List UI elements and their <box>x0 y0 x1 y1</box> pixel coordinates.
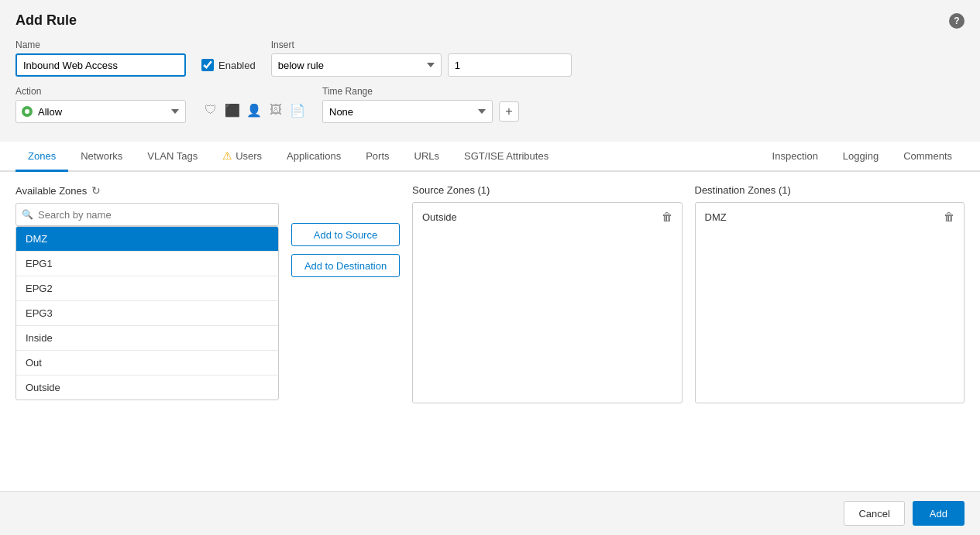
allow-dot-icon <box>22 106 33 117</box>
name-label: Name <box>15 39 186 50</box>
add-to-destination-button[interactable]: Add to Destination <box>291 254 400 277</box>
tab-vlan-tags-label: VLAN Tags <box>147 150 198 162</box>
tab-zones-label: Zones <box>28 150 56 162</box>
tab-ports-label: Ports <box>366 150 389 162</box>
tab-applications[interactable]: Applications <box>274 142 353 172</box>
search-input[interactable] <box>15 203 279 226</box>
zone-action-buttons: Add to Source Add to Destination <box>291 184 400 277</box>
time-range-label: Time Range <box>322 86 519 97</box>
list-item[interactable]: EPG2 <box>16 276 278 301</box>
tab-inspection-label: Inspection <box>772 150 818 162</box>
tab-logging-label: Logging <box>843 150 879 162</box>
list-item[interactable]: DMZ <box>16 227 278 252</box>
destination-zones-panel: Destination Zones (1) DMZ 🗑 <box>695 184 965 403</box>
action-select[interactable]: Allow Block Trust Monitor <box>15 100 186 123</box>
cancel-button[interactable]: Cancel <box>844 501 904 526</box>
tab-users[interactable]: ⚠ Users <box>210 142 274 172</box>
enabled-checkbox-label[interactable]: Enabled <box>201 59 256 75</box>
add-button[interactable]: Add <box>913 501 965 526</box>
name-input[interactable] <box>15 53 186 77</box>
available-zones-list: DMZ EPG1 EPG2 EPG3 Inside Out Outside <box>15 226 279 400</box>
list-item: DMZ 🗑 <box>699 206 961 228</box>
tab-sgt-ise[interactable]: SGT/ISE Attributes <box>452 142 561 172</box>
tab-inspection[interactable]: Inspection <box>760 142 830 172</box>
add-time-range-button[interactable]: + <box>499 101 519 122</box>
image-icon: 🖼 <box>266 101 285 119</box>
source-zones-panel: Source Zones (1) Outside 🗑 <box>412 184 683 403</box>
add-to-source-button[interactable]: Add to Source <box>291 223 400 246</box>
list-item[interactable]: Inside <box>16 326 278 351</box>
tab-sgt-ise-label: SGT/ISE Attributes <box>464 150 548 162</box>
delete-source-zone-icon[interactable]: 🗑 <box>662 211 672 223</box>
document-icon: 📄 <box>288 101 307 119</box>
enabled-label: Enabled <box>218 60 256 71</box>
tab-comments[interactable]: Comments <box>891 142 965 172</box>
enabled-checkbox[interactable] <box>201 59 214 71</box>
tab-users-label: Users <box>236 150 262 162</box>
destination-zone-name: DMZ <box>705 211 727 223</box>
tab-networks[interactable]: Networks <box>68 142 135 172</box>
list-item: Outside 🗑 <box>416 206 679 228</box>
action-icons-group: 🛡 ⬛ 👤 🖼 📄 <box>201 101 307 123</box>
help-icon[interactable]: ? <box>949 13 965 29</box>
tab-vlan-tags[interactable]: VLAN Tags <box>135 142 210 172</box>
action-label: Action <box>15 86 186 97</box>
tab-applications-label: Applications <box>287 150 341 162</box>
source-zones-title: Source Zones (1) <box>412 184 683 196</box>
insert-number-input[interactable] <box>448 53 572 77</box>
network-icon: ⬛ <box>223 101 242 119</box>
refresh-icon[interactable]: ↻ <box>91 184 101 197</box>
source-zone-name: Outside <box>422 211 457 223</box>
tab-logging[interactable]: Logging <box>830 142 891 172</box>
source-zones-box: Outside 🗑 <box>412 202 683 403</box>
tab-networks-label: Networks <box>81 150 122 162</box>
search-icon: 🔍 <box>22 209 33 220</box>
tabs-bar: Zones Networks VLAN Tags ⚠ Users Applica… <box>0 142 980 172</box>
shield-icon: 🛡 <box>201 101 220 119</box>
list-item[interactable]: EPG1 <box>16 252 278 276</box>
warning-icon: ⚠ <box>222 149 232 162</box>
time-range-select[interactable]: None <box>322 100 493 123</box>
tab-urls-label: URLs <box>414 150 440 162</box>
page-title: Add Rule <box>15 12 77 29</box>
footer: Cancel Add <box>0 491 980 535</box>
list-item[interactable]: Out <box>16 351 278 376</box>
destination-zones-box: DMZ 🗑 <box>695 202 965 403</box>
user-icon: 👤 <box>245 101 263 119</box>
insert-select[interactable]: below rule above rule at beginning at en… <box>271 53 442 77</box>
list-item[interactable]: Outside <box>16 376 278 400</box>
tab-comments-label: Comments <box>903 150 952 162</box>
tab-urls[interactable]: URLs <box>402 142 452 172</box>
destination-zones-title: Destination Zones (1) <box>695 184 965 196</box>
available-zones-title: Available Zones <box>15 185 87 197</box>
list-item[interactable]: EPG3 <box>16 301 278 326</box>
tab-ports[interactable]: Ports <box>353 142 401 172</box>
tab-zones[interactable]: Zones <box>15 142 68 172</box>
insert-label: Insert <box>271 39 572 50</box>
delete-destination-zone-icon[interactable]: 🗑 <box>944 211 954 223</box>
available-zones-panel: Available Zones ↻ 🔍 DMZ EPG1 EPG2 EPG3 I… <box>15 184 279 400</box>
